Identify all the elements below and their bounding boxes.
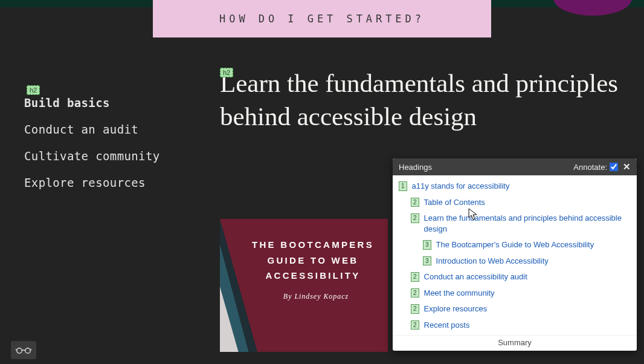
heading-item-text: Table of Contents xyxy=(424,197,485,208)
heading-level-badge: 2 xyxy=(411,320,419,330)
headings-item[interactable]: 2Meet the community xyxy=(411,286,634,302)
headings-item[interactable]: 1a11y stands for accessibility xyxy=(399,179,634,195)
svg-point-0 xyxy=(17,348,22,353)
sidebar-item-conduct-audit[interactable]: Conduct an audit xyxy=(24,123,160,136)
annotate-label: Annotate: xyxy=(573,163,607,172)
heading-item-text: Meet the community xyxy=(424,288,495,299)
heading-item-text: Conduct an accessibility audit xyxy=(424,271,527,282)
glasses-icon xyxy=(16,346,31,354)
extension-toggle[interactable] xyxy=(11,341,36,359)
heading-item-text: Recent posts xyxy=(424,320,470,331)
heading-level-badge: 3 xyxy=(423,240,431,250)
heading-item-text: Learn the fundamentals and principles be… xyxy=(424,213,633,234)
headings-item[interactable]: 2Table of Contents xyxy=(411,195,634,212)
heading-level-badge: 2 xyxy=(411,213,419,223)
heading-level-badge: 2 xyxy=(411,304,419,314)
summary-link[interactable]: Summary xyxy=(393,335,637,351)
headings-item[interactable]: 2Recent posts xyxy=(411,318,634,334)
svg-point-1 xyxy=(25,348,30,353)
headings-panel: Headings Annotate: ✕ 1a11y stands for ac… xyxy=(393,158,637,351)
top-banner: HOW DO I GET STARTED? xyxy=(0,0,644,37)
headings-panel-header[interactable]: Headings Annotate: ✕ xyxy=(393,158,637,175)
cta-text: HOW DO I GET STARTED? xyxy=(219,13,425,25)
sidebar-item-cultivate-community[interactable]: Cultivate community xyxy=(24,149,160,163)
sidebar-item-build-basics[interactable]: Build basics xyxy=(24,96,160,109)
heading-level-tag: h2 xyxy=(220,68,233,77)
heading-level-badge: 3 xyxy=(423,256,431,266)
cta-banner[interactable]: HOW DO I GET STARTED? xyxy=(153,0,491,37)
book-title: THE BOOTCAMPERS GUIDE TO WEB ACCESSIBILI… xyxy=(250,237,376,284)
book-cover[interactable]: THE BOOTCAMPERS GUIDE TO WEB ACCESSIBILI… xyxy=(220,219,388,352)
annotate-checkbox[interactable] xyxy=(610,163,618,171)
heading-level-tag: h2 xyxy=(27,85,40,95)
headings-item[interactable]: 2Learn the fundamentals and principles b… xyxy=(411,211,634,238)
headings-item[interactable]: 3Introduction to Web Accessibility xyxy=(423,254,634,270)
book-author: By Lindsey Kopacz xyxy=(244,292,388,301)
heading-level-badge: 2 xyxy=(411,272,419,282)
headings-item[interactable]: 3The Bootcamper's Guide to Web Accessibi… xyxy=(423,238,634,254)
book-triangle-light xyxy=(220,287,240,352)
top-accent-right xyxy=(491,0,644,7)
headings-item[interactable]: 2Explore resources xyxy=(411,302,634,318)
close-icon[interactable]: ✕ xyxy=(623,161,631,172)
heading-item-text: The Bootcamper's Guide to Web Accessibil… xyxy=(436,239,594,250)
heading-level-badge: 1 xyxy=(399,181,407,191)
heading-item-text: a11y stands for accessibility xyxy=(412,181,510,192)
page-heading: Learn the fundamentals and principles be… xyxy=(220,67,619,133)
decorative-blob xyxy=(553,0,632,16)
headings-panel-title: Headings xyxy=(399,163,432,172)
heading-item-text: Introduction to Web Accessibility xyxy=(436,256,549,267)
heading-level-badge: 2 xyxy=(411,198,419,207)
heading-item-text: Explore resources xyxy=(424,304,488,314)
main-heading-section: h2 Learn the fundamentals and principles… xyxy=(220,65,619,133)
heading-level-badge: 2 xyxy=(411,288,419,298)
headings-list[interactable]: 1a11y stands for accessibility2Table of … xyxy=(393,175,637,335)
sidebar-item-explore-resources[interactable]: Explore resources xyxy=(24,176,160,189)
toc-sidebar: h2 Build basics Conduct an audit Cultiva… xyxy=(24,83,160,203)
headings-item[interactable]: 2Conduct an accessibility audit xyxy=(411,270,634,286)
top-accent-left xyxy=(0,0,153,7)
